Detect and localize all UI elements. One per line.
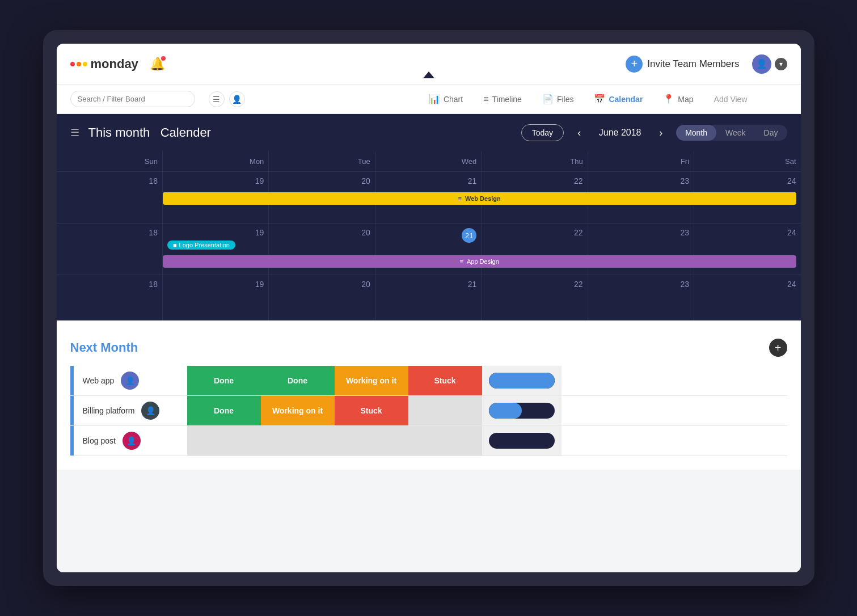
invite-team-button[interactable]: + Invite Team Members <box>626 56 739 73</box>
day-header-mon: Mon <box>163 151 269 171</box>
week-view-button[interactable]: Week <box>716 125 755 141</box>
day-number: 24 <box>699 176 796 185</box>
cal-cell-tue-20c[interactable]: 20 <box>269 275 375 320</box>
view-switcher: Month Week Day <box>676 125 787 141</box>
hamburger-icon[interactable]: ☰ <box>70 126 79 139</box>
next-month-arrow[interactable]: › <box>655 125 667 141</box>
progress-cell-blog <box>482 426 562 455</box>
status-done-2[interactable]: Done <box>261 366 335 395</box>
cal-cell-sun-18[interactable]: 18 <box>57 172 163 223</box>
calendar-title: This month Calender <box>88 125 211 140</box>
status-stuck[interactable]: Stuck <box>408 366 482 395</box>
week-label: Week <box>725 128 746 137</box>
avatar-blog: 👤 <box>123 432 141 450</box>
calendar-header: ☰ This month Calender Today ‹ June 2018 … <box>57 114 801 151</box>
tab-map-label: Map <box>678 95 693 104</box>
day-number: 18 <box>61 280 158 289</box>
logo-presentation-label: Logo Presentation <box>179 242 230 248</box>
day-header-wed: Wed <box>375 151 482 171</box>
day-number: 20 <box>273 228 370 237</box>
tab-timeline-label: Timeline <box>492 95 521 104</box>
person-filter-icon[interactable]: 👤 <box>229 91 245 107</box>
tab-calendar[interactable]: 📅 Calendar <box>586 90 651 108</box>
row-name-web-app: Web app 👤 <box>74 372 187 390</box>
calendar-days-header: Sun Mon Tue Wed Thu Fri Sat <box>57 151 801 172</box>
progress-cell-web-app <box>482 366 562 395</box>
add-view-button[interactable]: Add View <box>706 91 755 107</box>
calendar-title-main: This month <box>88 125 150 140</box>
table-section: Next Month + Web app 👤 Done Done Working… <box>57 320 801 470</box>
day-header-sun: Sun <box>57 151 163 171</box>
day-number: 20 <box>273 280 370 289</box>
table-row: Billing platform 👤 Done Working on it St… <box>70 396 787 426</box>
cal-cell-wed-21c[interactable]: 21 <box>375 275 482 320</box>
day-number: 22 <box>486 176 582 185</box>
tab-timeline[interactable]: ≡ Timeline <box>475 91 530 108</box>
list-icon: ≡ <box>460 258 463 265</box>
progress-fill <box>489 373 555 389</box>
app-design-text: App Design <box>467 258 499 265</box>
calendar-week-row-2: 18 19 ■ Logo Presentation 20 <box>57 223 801 275</box>
calendar-grid: Sun Mon Tue Wed Thu Fri Sat 18 <box>57 151 801 320</box>
list-icon: ≡ <box>458 195 462 202</box>
web-design-bar[interactable]: ≡ Web Design <box>163 192 796 205</box>
user-avatar-group: 👤 ▾ <box>751 53 787 75</box>
chip-icon: ■ <box>173 242 177 248</box>
tab-chart-label: Chart <box>444 95 463 104</box>
row-label-web-app: Web app <box>83 376 115 385</box>
calendar-title-suffix: Calender <box>161 125 211 140</box>
add-row-button[interactable]: + <box>769 339 787 357</box>
table-row: Blog post 👤 <box>70 426 787 456</box>
logo-dots <box>70 62 87 66</box>
tab-calendar-label: Calendar <box>609 95 643 104</box>
app-design-bar[interactable]: ≡ App Design <box>163 255 796 268</box>
cal-cell-sun-18c[interactable]: 18 <box>57 275 163 320</box>
row-name-blog: Blog post 👤 <box>74 432 187 450</box>
day-number: 19 <box>167 228 264 237</box>
avatar[interactable]: 👤 <box>751 53 772 75</box>
progress-cell-billing <box>482 396 562 425</box>
chevron-down-icon[interactable]: ▾ <box>775 58 787 70</box>
search-input[interactable] <box>70 91 195 107</box>
today-button[interactable]: Today <box>521 124 564 141</box>
files-icon: 📄 <box>542 94 554 104</box>
filter-icon[interactable]: ☰ <box>209 91 225 107</box>
prev-month-arrow[interactable]: ‹ <box>573 125 585 141</box>
tab-map[interactable]: 📍 Map <box>655 90 701 108</box>
progress-bar <box>489 373 555 389</box>
status-working-billing[interactable]: Working on it <box>261 396 335 425</box>
logo-presentation-chip[interactable]: ■ Logo Presentation <box>167 241 235 250</box>
avatar-web-app: 👤 <box>121 372 139 390</box>
tab-files[interactable]: 📄 Files <box>534 90 582 108</box>
tab-chart[interactable]: 📊 Chart <box>421 90 471 108</box>
logo-word: monday <box>91 57 138 71</box>
notification-bell[interactable]: 🔔 <box>147 54 168 74</box>
add-view-label: Add View <box>714 95 748 104</box>
status-done-billing[interactable]: Done <box>187 396 261 425</box>
calendar-section: ☰ This month Calender Today ‹ June 2018 … <box>57 114 801 320</box>
cal-cell-sun-18b[interactable]: 18 <box>57 223 163 275</box>
logo: monday <box>70 57 138 71</box>
status-stuck-billing[interactable]: Stuck <box>335 396 408 425</box>
table-row: Web app 👤 Done Done Working on it Stuck <box>70 366 787 396</box>
status-done-1[interactable]: Done <box>187 366 261 395</box>
day-number: 24 <box>699 228 796 237</box>
cal-cell-thu-22c[interactable]: 22 <box>482 275 588 320</box>
day-view-button[interactable]: Day <box>755 125 787 141</box>
day-number: 18 <box>61 176 158 185</box>
section-header: Next Month + <box>70 339 787 357</box>
month-view-button[interactable]: Month <box>676 125 716 141</box>
status-empty-blog-3 <box>335 426 408 455</box>
map-icon: 📍 <box>663 94 674 104</box>
day-number: 19 <box>167 280 264 289</box>
day-number: 23 <box>593 280 689 289</box>
cal-cell-fri-23c[interactable]: 23 <box>588 275 694 320</box>
day-header-sat: Sat <box>694 151 800 171</box>
progress-bar-blog <box>489 433 555 449</box>
cal-cell-mon-19c[interactable]: 19 <box>163 275 269 320</box>
status-working[interactable]: Working on it <box>335 366 408 395</box>
day-label: Day <box>764 128 778 137</box>
filter-icons: ☰ 👤 <box>209 91 245 107</box>
chart-icon: 📊 <box>429 94 440 104</box>
cal-cell-sat-24c[interactable]: 24 <box>694 275 800 320</box>
